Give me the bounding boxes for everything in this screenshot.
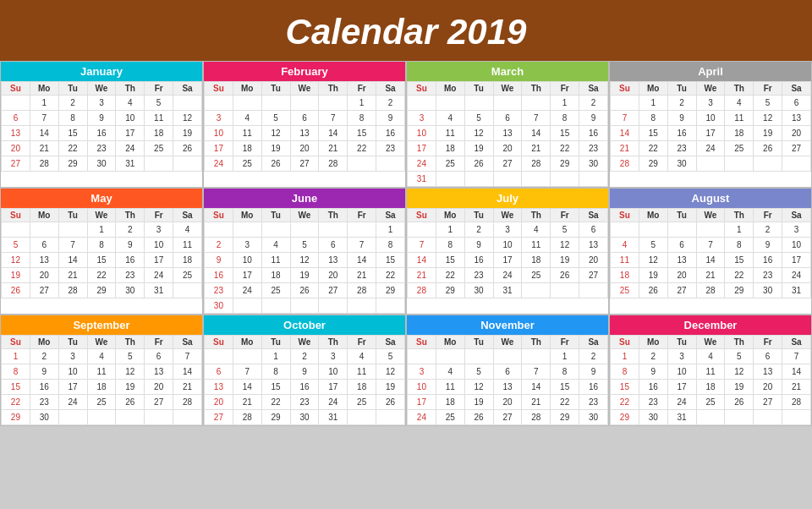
- day-cell[interactable]: 28: [522, 410, 551, 425]
- day-cell[interactable]: 24: [408, 156, 436, 172]
- day-cell[interactable]: 27: [319, 283, 348, 298]
- day-cell[interactable]: 17: [233, 268, 261, 283]
- day-cell[interactable]: 19: [290, 268, 319, 283]
- day-cell[interactable]: 21: [319, 141, 348, 156]
- day-cell[interactable]: 25: [261, 283, 290, 298]
- day-cell[interactable]: 11: [522, 238, 551, 253]
- day-cell[interactable]: 20: [782, 126, 811, 141]
- day-cell[interactable]: 5: [464, 111, 493, 126]
- day-cell[interactable]: 19: [116, 380, 145, 395]
- day-cell[interactable]: 2: [116, 222, 145, 238]
- day-cell[interactable]: 29: [58, 156, 87, 172]
- day-cell[interactable]: 16: [376, 126, 405, 141]
- day-cell[interactable]: 2: [639, 349, 667, 364]
- day-cell[interactable]: 17: [319, 380, 348, 395]
- day-cell[interactable]: 23: [376, 141, 405, 156]
- day-cell[interactable]: 22: [639, 141, 667, 156]
- day-cell[interactable]: 1: [87, 222, 116, 238]
- day-cell[interactable]: 30: [579, 410, 608, 425]
- day-cell[interactable]: 17: [493, 253, 522, 268]
- day-cell[interactable]: 5: [376, 349, 405, 364]
- day-cell[interactable]: 31: [408, 172, 436, 187]
- day-cell[interactable]: 24: [782, 268, 811, 283]
- day-cell[interactable]: 23: [639, 395, 667, 410]
- day-cell[interactable]: 27: [667, 283, 696, 298]
- day-cell[interactable]: 6: [290, 111, 319, 126]
- day-cell[interactable]: 6: [145, 349, 173, 364]
- day-cell[interactable]: 10: [408, 380, 436, 395]
- day-cell[interactable]: 7: [696, 238, 725, 253]
- day-cell[interactable]: 23: [87, 141, 116, 156]
- day-cell[interactable]: 5: [464, 364, 493, 380]
- day-cell[interactable]: 8: [58, 111, 87, 126]
- day-cell[interactable]: 17: [667, 380, 696, 395]
- day-cell[interactable]: 3: [87, 96, 116, 111]
- day-cell[interactable]: 10: [116, 111, 145, 126]
- day-cell[interactable]: 12: [290, 253, 319, 268]
- day-cell[interactable]: 11: [436, 126, 464, 141]
- day-cell[interactable]: 16: [116, 253, 145, 268]
- day-cell[interactable]: 29: [551, 410, 579, 425]
- day-cell[interactable]: 3: [667, 349, 696, 364]
- day-cell[interactable]: 15: [261, 380, 290, 395]
- day-cell[interactable]: 26: [551, 268, 579, 283]
- day-cell[interactable]: 7: [782, 349, 811, 364]
- day-cell[interactable]: 11: [611, 253, 639, 268]
- day-cell[interactable]: 26: [725, 395, 754, 410]
- day-cell[interactable]: 24: [145, 268, 173, 283]
- day-cell[interactable]: 25: [522, 268, 551, 283]
- day-cell[interactable]: 26: [2, 283, 30, 298]
- day-cell[interactable]: 26: [261, 156, 290, 172]
- day-cell[interactable]: 22: [725, 268, 754, 283]
- day-cell[interactable]: 3: [319, 349, 348, 364]
- day-cell[interactable]: 9: [116, 238, 145, 253]
- day-cell[interactable]: 3: [493, 222, 522, 238]
- day-cell[interactable]: 5: [290, 238, 319, 253]
- day-cell[interactable]: 8: [2, 364, 30, 380]
- day-cell[interactable]: 23: [464, 268, 493, 283]
- day-cell[interactable]: 27: [493, 410, 522, 425]
- day-cell[interactable]: 3: [696, 96, 725, 111]
- day-cell[interactable]: 18: [145, 126, 173, 141]
- day-cell[interactable]: 23: [579, 141, 608, 156]
- day-cell[interactable]: 20: [145, 380, 173, 395]
- day-cell[interactable]: 2: [376, 96, 405, 111]
- day-cell[interactable]: 11: [173, 238, 202, 253]
- day-cell[interactable]: 9: [290, 364, 319, 380]
- day-cell[interactable]: 3: [782, 222, 811, 238]
- day-cell[interactable]: 18: [348, 380, 376, 395]
- day-cell[interactable]: 7: [408, 238, 436, 253]
- day-cell[interactable]: 24: [667, 395, 696, 410]
- day-cell[interactable]: 28: [348, 283, 376, 298]
- day-cell[interactable]: 16: [205, 268, 233, 283]
- day-cell[interactable]: 20: [290, 141, 319, 156]
- day-cell[interactable]: 26: [173, 141, 202, 156]
- day-cell[interactable]: 28: [782, 395, 811, 410]
- day-cell[interactable]: 5: [2, 238, 30, 253]
- day-cell[interactable]: 21: [233, 395, 261, 410]
- day-cell[interactable]: 12: [464, 126, 493, 141]
- day-cell[interactable]: 19: [2, 268, 30, 283]
- day-cell[interactable]: 5: [754, 96, 782, 111]
- day-cell[interactable]: 19: [551, 253, 579, 268]
- day-cell[interactable]: 14: [408, 253, 436, 268]
- day-cell[interactable]: 29: [611, 410, 639, 425]
- day-cell[interactable]: 17: [116, 126, 145, 141]
- day-cell[interactable]: 1: [348, 96, 376, 111]
- day-cell[interactable]: 25: [145, 141, 173, 156]
- day-cell[interactable]: 19: [754, 126, 782, 141]
- day-cell[interactable]: 24: [58, 395, 87, 410]
- day-cell[interactable]: 1: [30, 96, 58, 111]
- day-cell[interactable]: 19: [464, 141, 493, 156]
- day-cell[interactable]: 18: [173, 253, 202, 268]
- day-cell[interactable]: 13: [667, 253, 696, 268]
- day-cell[interactable]: 31: [667, 410, 696, 425]
- day-cell[interactable]: 9: [376, 111, 405, 126]
- day-cell[interactable]: 7: [611, 111, 639, 126]
- day-cell[interactable]: 23: [579, 395, 608, 410]
- day-cell[interactable]: 8: [261, 364, 290, 380]
- day-cell[interactable]: 19: [261, 141, 290, 156]
- day-cell[interactable]: 8: [348, 111, 376, 126]
- day-cell[interactable]: 23: [30, 395, 58, 410]
- day-cell[interactable]: 10: [667, 364, 696, 380]
